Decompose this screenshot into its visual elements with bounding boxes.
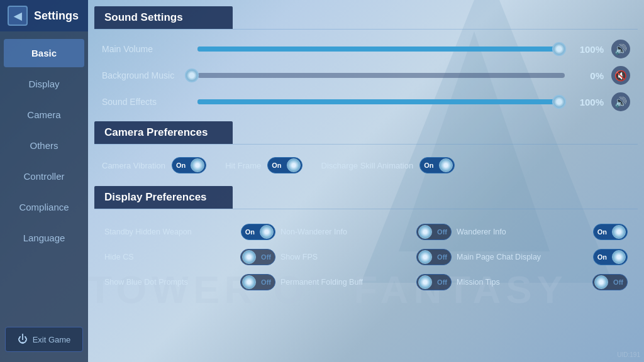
main-volume-fill <box>197 47 565 52</box>
standby-hidden-state: On <box>242 228 258 236</box>
main-page-chat-circle <box>612 250 626 264</box>
sfx-slider[interactable] <box>197 96 565 108</box>
non-wanderer-toggle[interactable]: Off <box>416 224 452 240</box>
sidebar-item-basic[interactable]: Basic <box>4 39 84 67</box>
camera-vibration-state: On <box>172 162 189 169</box>
main-volume-slider[interactable] <box>197 43 565 55</box>
discharge-skill-item: Discharge Skill Animation On <box>321 157 455 173</box>
non-wanderer-item: Non-Wanderer Info Off <box>278 219 454 244</box>
camera-vibration-label: Camera Vibration <box>102 161 165 170</box>
exit-game-button[interactable]: ⏻ Exit Game <box>5 327 83 352</box>
blue-dot-state: Off <box>257 278 275 286</box>
sfx-handle[interactable] <box>552 95 566 109</box>
permanent-folding-circle <box>418 275 432 289</box>
main-page-chat-toggle[interactable]: On <box>593 249 628 265</box>
blue-dot-circle <box>242 275 256 289</box>
show-fps-circle <box>418 250 432 264</box>
show-fps-label: Show FPS <box>280 252 411 262</box>
sfx-label: Sound Effects <box>102 97 190 107</box>
sfx-row: Sound Effects 100% 🔊 <box>94 89 638 115</box>
camera-row: Camera Vibration On Hit Frame On Dischar… <box>94 151 638 180</box>
permanent-folding-item: Permanent Folding Buff Off <box>278 270 454 295</box>
sfx-track <box>197 99 565 104</box>
mission-tips-circle <box>594 275 608 289</box>
standby-hidden-item: Standby Hidden Weapon On <box>102 219 278 244</box>
wanderer-info-toggle[interactable]: On <box>593 224 628 240</box>
camera-preferences-section: Camera Preferences Camera Vibration On H… <box>94 121 638 180</box>
standby-hidden-toggle[interactable]: On <box>241 224 275 240</box>
main-volume-icon[interactable]: 🔊 <box>611 40 630 58</box>
mission-tips-toggle[interactable]: Off <box>592 274 628 290</box>
permanent-folding-label: Permanent Folding Buff <box>280 277 411 287</box>
display-grid: Standby Hidden Weapon On Non-Wanderer In… <box>94 216 638 299</box>
sidebar-item-camera[interactable]: Camera <box>4 101 84 129</box>
show-fps-toggle[interactable]: Off <box>416 249 452 265</box>
bg-music-track <box>197 73 565 78</box>
power-icon: ⏻ <box>18 334 28 345</box>
sidebar-item-controller[interactable]: Controller <box>4 162 84 190</box>
sound-settings-header: Sound Settings <box>94 6 233 29</box>
display-preferences-header: Display Preferences <box>94 186 233 209</box>
discharge-skill-toggle[interactable]: On <box>419 157 454 173</box>
main-volume-value: 100% <box>572 44 604 55</box>
non-wanderer-label: Non-Wanderer Info <box>280 227 411 237</box>
sidebar-item-others[interactable]: Others <box>4 131 84 160</box>
camera-preferences-header: Camera Preferences <box>94 121 233 144</box>
hit-frame-toggle[interactable]: On <box>267 157 302 173</box>
blue-dot-label: Show Blue Dot Prompts <box>104 277 235 287</box>
main-page-chat-item: Main Page Chat Display On <box>454 244 630 270</box>
standby-hidden-label: Standby Hidden Weapon <box>104 227 236 237</box>
sidebar-item-compliance[interactable]: Compliance <box>4 193 84 221</box>
bg-music-row: Background Music 0% 🔇 <box>94 62 638 89</box>
hide-cs-item: Hide CS Off <box>102 244 278 270</box>
sound-divider <box>94 29 638 30</box>
sfx-fill <box>197 99 565 104</box>
hit-frame-label: Hit Frame <box>225 161 261 170</box>
main-page-chat-state: On <box>594 253 611 261</box>
hide-cs-toggle[interactable]: Off <box>240 249 275 265</box>
main-page-chat-label: Main Page Chat Display <box>457 252 588 262</box>
camera-vibration-toggle[interactable]: On <box>172 157 206 173</box>
blue-dot-toggle[interactable]: Off <box>240 274 275 290</box>
version-badge: UID:191 <box>617 351 640 358</box>
hide-cs-label: Hide CS <box>104 252 235 262</box>
bg-music-icon[interactable]: 🔇 <box>611 66 630 85</box>
hit-frame-circle <box>287 158 301 172</box>
main-volume-track <box>197 47 565 52</box>
main-volume-handle[interactable] <box>552 42 566 56</box>
non-wanderer-state: Off <box>433 228 451 236</box>
wanderer-info-item: Wanderer Info On <box>454 219 630 244</box>
show-fps-state: Off <box>433 253 451 261</box>
back-icon: ◀ <box>14 10 21 22</box>
sfx-icon[interactable]: 🔊 <box>611 92 630 111</box>
camera-vibration-circle <box>191 158 204 172</box>
non-wanderer-circle <box>418 225 432 239</box>
bg-music-label: Background Music <box>102 70 190 80</box>
back-button[interactable]: ◀ <box>8 6 28 26</box>
hide-cs-state: Off <box>257 253 275 261</box>
bg-music-value: 0% <box>572 70 604 81</box>
bg-music-handle[interactable] <box>185 69 199 82</box>
exit-label: Exit Game <box>33 335 71 344</box>
sidebar: ◀ Settings Basic Display Camera Others C… <box>0 0 88 362</box>
wanderer-info-label: Wanderer Info <box>457 227 588 237</box>
mission-tips-state: Off <box>609 278 627 286</box>
blue-dot-item: Show Blue Dot Prompts Off <box>102 270 278 295</box>
hide-cs-circle <box>242 250 256 264</box>
sidebar-item-display[interactable]: Display <box>4 70 84 98</box>
nav-items: Basic Display Camera Others Controller C… <box>0 31 88 321</box>
bg-music-slider[interactable] <box>197 69 565 82</box>
main-content: Sound Settings Main Volume 100% 🔊 Backgr… <box>94 6 638 356</box>
permanent-folding-toggle[interactable]: Off <box>416 274 452 290</box>
show-fps-item: Show FPS Off <box>278 244 454 270</box>
wanderer-info-circle <box>612 225 626 239</box>
sound-settings-section: Sound Settings Main Volume 100% 🔊 Backgr… <box>94 6 638 115</box>
main-volume-label: Main Volume <box>102 44 190 54</box>
hit-frame-item: Hit Frame On <box>225 157 302 173</box>
wanderer-info-state: On <box>594 228 611 236</box>
display-preferences-section: Display Preferences Standby Hidden Weapo… <box>94 186 638 299</box>
standby-hidden-circle <box>260 225 274 239</box>
camera-vibration-item: Camera Vibration On <box>102 157 206 173</box>
sidebar-item-language[interactable]: Language <box>4 224 84 252</box>
sfx-value: 100% <box>572 97 604 107</box>
